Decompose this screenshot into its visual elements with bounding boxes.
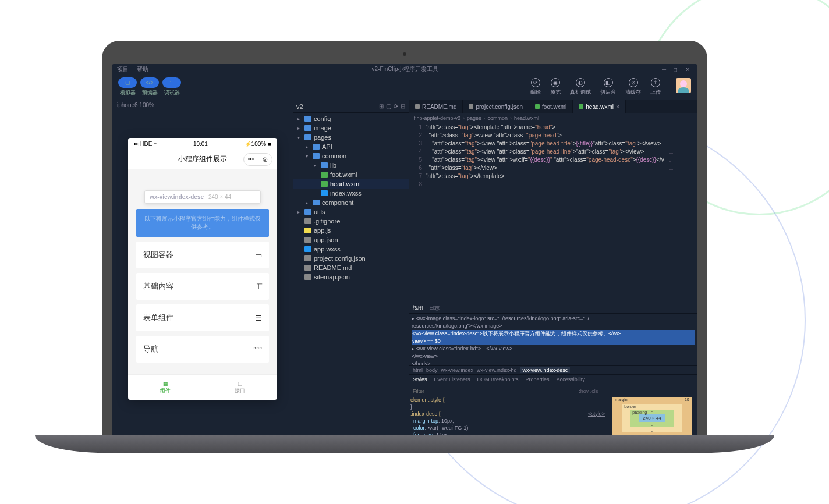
capsule-close-icon[interactable]: ◎ xyxy=(258,154,272,165)
crumb-item[interactable]: head.wxml xyxy=(514,115,539,121)
form-icon: ☰ xyxy=(255,314,262,322)
tab-api[interactable]: ▢接口 xyxy=(203,375,277,400)
dom-crumb-item[interactable]: wx-view.index xyxy=(441,367,474,373)
maximize-icon[interactable]: □ xyxy=(674,66,681,72)
tree-node[interactable]: ▸component xyxy=(293,198,409,207)
cache-icon: ⊘ xyxy=(629,78,638,87)
tab-component[interactable]: ▦组件 xyxy=(128,375,203,400)
menu-help[interactable]: 帮助 xyxy=(137,65,148,73)
filter-input[interactable] xyxy=(413,388,579,395)
tooltip-dimensions: 240 × 44 xyxy=(208,194,231,200)
window-title: v2-FinClip小程序开发工具 xyxy=(157,65,654,73)
list-item[interactable]: 基础内容𝕋 xyxy=(136,273,269,300)
simulator-header: iphone6 100% xyxy=(112,100,293,110)
tree-node[interactable]: app.wxss xyxy=(293,244,409,254)
line-gutter: 12345678 xyxy=(409,123,426,303)
tooltip-element: wx-view.index-desc xyxy=(150,194,204,200)
editor-tab[interactable]: README.md xyxy=(409,100,463,113)
toolbar: ▢模拟器 </>预编器 ⫶⫶调试器 ⟳编译 ◉预览 ◐真机调试 ◧切后台 ⊘清缓… xyxy=(112,74,697,100)
project-root: v2 xyxy=(296,103,303,110)
phone-navbar: 小程序组件展示 ••• ◎ xyxy=(128,150,277,169)
tree-node[interactable]: index.wxss xyxy=(293,189,409,198)
tree-node[interactable]: head.wxml xyxy=(293,179,409,189)
component-list: 视图容器▭ 基础内容𝕋 表单组件☰ 导航ᐤᐤᐤ xyxy=(128,242,277,363)
tree-node[interactable]: ▸utils xyxy=(293,207,409,216)
tree-node[interactable]: ▸API xyxy=(293,142,409,151)
action-upload[interactable]: ↥上传 xyxy=(650,78,661,96)
dom-crumb-item[interactable]: body xyxy=(426,367,438,373)
dom-pane[interactable]: ▸ <wx-image class="index-logo" src="../r… xyxy=(409,314,697,365)
menubar: 项目 帮助 v2-FinClip小程序开发工具 ─ □ ✕ xyxy=(112,64,697,74)
tree-node[interactable]: README.md xyxy=(293,263,409,272)
avatar[interactable] xyxy=(676,78,691,93)
crumb-item[interactable]: common xyxy=(488,115,508,121)
editor-panel: README.mdproject.config.jsonfoot.wxmlhea… xyxy=(409,100,697,436)
tree-node[interactable]: ▾pages xyxy=(293,133,409,142)
phone-statusbar: ••ıl IDE ⁼ 10:01 ⚡100% ■ xyxy=(128,138,277,150)
tree-node[interactable]: app.js xyxy=(293,226,409,235)
filter-actions[interactable]: :hov .cls + xyxy=(579,388,603,395)
dom-crumb-item[interactable]: wx-view.index-desc xyxy=(520,367,571,373)
preview-icon: ◉ xyxy=(551,78,560,87)
tree-node[interactable]: ▸lib xyxy=(293,161,409,170)
list-item[interactable]: 导航ᐤᐤᐤ xyxy=(136,336,269,363)
devtools-tab-log[interactable]: 日志 xyxy=(429,304,440,312)
bm-margin-label: margin xyxy=(615,397,627,402)
tree-node[interactable]: ▸image xyxy=(293,123,409,133)
tree-node[interactable]: project.config.json xyxy=(293,254,409,263)
minimize-icon[interactable]: ─ xyxy=(662,66,669,72)
crumb-item[interactable]: pages xyxy=(467,115,481,121)
tree-node[interactable]: ▾common xyxy=(293,151,409,161)
tab-styles[interactable]: Styles xyxy=(413,377,427,382)
remote-debug-icon: ◐ xyxy=(576,78,585,87)
tree-node[interactable]: ▸config xyxy=(293,114,409,123)
close-icon[interactable]: ✕ xyxy=(685,66,692,72)
mode-simulator[interactable]: ▢模拟器 xyxy=(118,77,137,97)
mode-editor[interactable]: </>预编器 xyxy=(140,77,159,97)
collapse-icon[interactable]: ⊟ xyxy=(401,103,405,109)
tab-dom-breakpoints[interactable]: DOM Breakpoints xyxy=(477,377,519,382)
tree-node[interactable]: app.json xyxy=(293,235,409,244)
code-editor[interactable]: 12345678 "attr">class="tag"><template "a… xyxy=(409,123,697,303)
new-folder-icon[interactable]: ▢ xyxy=(386,103,391,109)
editor-tab[interactable]: head.wxml× xyxy=(573,100,626,113)
action-clear-cache[interactable]: ⊘清缓存 xyxy=(625,78,641,96)
tree-node[interactable]: sitemap.json xyxy=(293,272,409,282)
action-remote-debug[interactable]: ◐真机调试 xyxy=(570,78,591,96)
action-background[interactable]: ◧切后台 xyxy=(600,78,616,96)
action-preview[interactable]: ◉预览 xyxy=(550,78,561,96)
tree-node[interactable]: .gitignore xyxy=(293,216,409,226)
tabs-more-icon[interactable]: ⋯ xyxy=(626,100,641,113)
tab-event-listeners[interactable]: Event Listeners xyxy=(434,377,470,382)
devtools-tab-dom[interactable]: 视图 xyxy=(413,304,423,312)
capsule-more-icon[interactable]: ••• xyxy=(244,154,258,165)
crumb-item[interactable]: fino-applet-demo-v2 xyxy=(414,115,460,121)
styles-list[interactable]: :hov .cls + element.style {}.index-desc … xyxy=(410,386,605,436)
new-file-icon[interactable]: ⊞ xyxy=(379,103,384,109)
container-icon: ▭ xyxy=(255,251,262,260)
mode-debugger[interactable]: ⫶⫶调试器 xyxy=(162,77,181,97)
devtools-mode-tabs: 视图 日志 xyxy=(409,303,697,314)
window-controls: ─ □ ✕ xyxy=(662,66,692,72)
styles-filter: :hov .cls + xyxy=(410,386,605,396)
list-item[interactable]: 表单组件☰ xyxy=(136,304,269,331)
list-item[interactable]: 视图容器▭ xyxy=(136,242,269,268)
tab-accessibility[interactable]: Accessibility xyxy=(557,377,585,382)
code-lines[interactable]: "attr">class="tag"><template "attr">name… xyxy=(426,123,668,303)
phone-body: wx-view.index-desc 240 × 44 以下将展示小程序官方组件… xyxy=(128,169,277,374)
tree-node[interactable]: foot.wxml xyxy=(293,170,409,179)
action-compile[interactable]: ⟳编译 xyxy=(530,78,541,96)
file-tree: ▸config▸image▾pages▸API▾common▸libfoot.w… xyxy=(293,113,409,283)
mode-switcher: ▢模拟器 </>预编器 ⫶⫶调试器 xyxy=(118,77,181,97)
minimap[interactable]: ▬▬▬▬▬▬▬▬▬▬▬▬▬▬ xyxy=(668,123,697,303)
dom-crumb-item[interactable]: html xyxy=(413,367,423,373)
bm-content: 240 × 44 xyxy=(639,414,664,422)
editor-tab[interactable]: project.config.json xyxy=(463,100,529,113)
menu-project[interactable]: 项目 xyxy=(117,65,129,73)
app-window: 项目 帮助 v2-FinClip小程序开发工具 ─ □ ✕ ▢模拟器 </>预编… xyxy=(112,64,697,436)
bm-padding-label: padding xyxy=(632,410,647,414)
dom-crumb-item[interactable]: wx-view.index-hd xyxy=(477,367,517,373)
refresh-icon[interactable]: ⟳ xyxy=(394,103,398,109)
tab-properties[interactable]: Properties xyxy=(526,377,550,382)
editor-tab[interactable]: foot.wxml xyxy=(529,100,573,113)
